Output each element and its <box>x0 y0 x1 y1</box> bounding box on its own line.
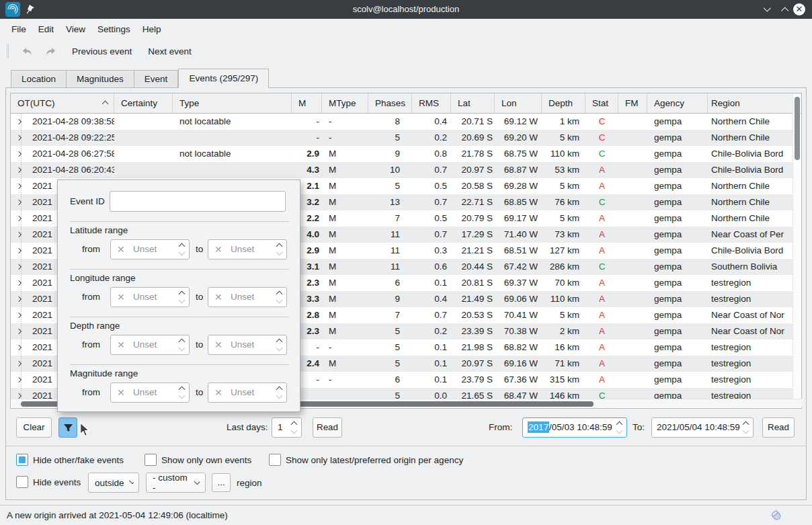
show-latest-preferred-checkbox[interactable] <box>269 454 281 466</box>
hide-events-checkbox[interactable] <box>16 476 28 488</box>
pin-icon[interactable] <box>26 4 35 17</box>
latitude-to-spinbox[interactable]: ✕Unset <box>208 239 287 259</box>
inside-outside-combobox[interactable]: outside <box>88 473 139 493</box>
spin-buttons[interactable] <box>277 339 282 350</box>
column-header-rms[interactable]: RMS <box>412 93 451 113</box>
expand-chevron-icon[interactable] <box>11 227 28 243</box>
spin-buttons[interactable] <box>277 387 282 398</box>
menu-edit[interactable]: Edit <box>32 22 60 37</box>
minimize-button[interactable] <box>762 4 773 15</box>
x-clear-icon[interactable]: ✕ <box>117 240 125 259</box>
expand-chevron-icon[interactable] <box>11 146 28 162</box>
x-clear-icon[interactable]: ✕ <box>214 335 222 354</box>
cell-fm <box>618 194 647 210</box>
spin-buttons[interactable] <box>277 292 282 302</box>
depth-to-spinbox[interactable]: ✕Unset <box>208 335 287 355</box>
depth-from-spinbox[interactable]: ✕Unset <box>110 335 190 355</box>
spin-buttons[interactable] <box>617 422 622 433</box>
expand-chevron-icon[interactable] <box>11 307 28 323</box>
x-clear-icon[interactable]: ✕ <box>117 288 125 307</box>
undo-arrow-icon[interactable] <box>15 44 39 59</box>
tab-events[interactable]: Events (295/297) <box>178 69 269 88</box>
expand-chevron-icon[interactable] <box>11 275 28 291</box>
tab-magnitudes[interactable]: Magnitudes <box>67 70 134 88</box>
column-header-mtype[interactable]: MType <box>322 93 368 113</box>
previous-event-button[interactable]: Previous event <box>65 44 138 59</box>
expand-chevron-icon[interactable] <box>11 388 28 399</box>
column-header-certainty[interactable]: Certainty <box>114 93 173 113</box>
spin-buttons[interactable] <box>179 244 184 255</box>
magnitude-from-spinbox[interactable]: ✕Unset <box>110 382 190 403</box>
expand-chevron-icon[interactable] <box>11 356 28 372</box>
column-header-lon[interactable]: Lon <box>495 93 542 113</box>
expand-chevron-icon[interactable] <box>11 259 28 275</box>
x-clear-icon[interactable]: ✕ <box>117 383 125 402</box>
column-header-stat[interactable]: Stat <box>585 93 618 113</box>
expand-chevron-icon[interactable] <box>11 114 28 130</box>
expand-chevron-icon[interactable] <box>11 323 28 339</box>
column-header-region[interactable]: Region <box>708 93 801 113</box>
event-id-input[interactable] <box>110 191 286 212</box>
filter-toggle-button[interactable] <box>58 417 77 438</box>
column-header-fm[interactable]: FM <box>618 93 647 113</box>
x-clear-icon[interactable]: ✕ <box>214 240 222 259</box>
expand-chevron-icon[interactable] <box>11 372 28 388</box>
last-days-spinbox[interactable]: 1 <box>272 417 302 438</box>
maximize-button[interactable] <box>779 4 790 15</box>
expand-chevron-icon[interactable] <box>11 130 28 146</box>
column-header-phases[interactable]: Phases <box>368 93 412 113</box>
read-button-right[interactable]: Read <box>762 417 795 438</box>
region-preset-combobox[interactable]: - custom - <box>146 473 206 493</box>
spin-buttons[interactable] <box>277 244 282 255</box>
expand-chevron-icon[interactable] <box>11 339 28 356</box>
redo-arrow-icon[interactable] <box>39 44 63 59</box>
longitude-to-spinbox[interactable]: ✕Unset <box>208 287 287 307</box>
column-header-type[interactable]: Type <box>173 93 292 113</box>
latitude-from-spinbox[interactable]: ✕Unset <box>110 239 190 259</box>
table-row[interactable]: 2021-04-28 09:22:25--50.220.69 S69.20 W5… <box>11 130 793 146</box>
expand-chevron-icon[interactable] <box>11 178 28 194</box>
to-datetime-field[interactable]: 2021/05/04 10:48:59 <box>651 417 754 438</box>
show-only-own-checkbox[interactable] <box>145 454 157 466</box>
clear-button[interactable]: Clear <box>16 417 52 438</box>
x-clear-icon[interactable]: ✕ <box>214 383 222 402</box>
menu-help[interactable]: Help <box>136 22 167 37</box>
expand-chevron-icon[interactable] <box>11 162 28 178</box>
spin-buttons[interactable] <box>292 422 296 433</box>
menu-view[interactable]: View <box>60 22 91 37</box>
column-header-depth[interactable]: Depth <box>542 93 585 113</box>
spin-buttons[interactable] <box>179 292 184 302</box>
read-button-left[interactable]: Read <box>313 417 342 438</box>
tab-event[interactable]: Event <box>134 70 179 88</box>
vertical-scrollbar[interactable] <box>793 94 801 398</box>
table-row[interactable]: 2021-04-28 06:20:434.3M100.720.97 S68.87… <box>11 162 793 178</box>
table-row[interactable]: 2021-04-28 06:27:58not locatable2.9M90.8… <box>11 146 793 162</box>
table-row[interactable]: 2021-04-28 09:38:58not locatable--80.420… <box>11 114 793 130</box>
longitude-from-spinbox[interactable]: ✕Unset <box>110 287 190 307</box>
expand-chevron-icon[interactable] <box>11 210 28 227</box>
database-connection-icon[interactable] <box>768 508 784 525</box>
toolbar-handle[interactable] <box>7 44 9 58</box>
column-header-m[interactable]: M <box>292 93 322 113</box>
magnitude-to-spinbox[interactable]: ✕Unset <box>208 382 287 403</box>
x-clear-icon[interactable]: ✕ <box>117 335 125 354</box>
column-header-lat[interactable]: Lat <box>451 93 495 113</box>
from-datetime-field[interactable]: 2017/05/03 10:48:59 <box>522 417 627 438</box>
x-clear-icon[interactable]: ✕ <box>214 288 222 307</box>
region-more-button[interactable]: ... <box>212 473 231 492</box>
spin-buttons[interactable] <box>743 422 748 433</box>
column-header-agency[interactable]: Agency <box>647 93 708 113</box>
spin-buttons[interactable] <box>179 339 184 350</box>
expand-chevron-icon[interactable] <box>11 291 28 307</box>
close-button[interactable]: ✕ <box>793 3 805 15</box>
menu-settings[interactable]: Settings <box>91 22 136 37</box>
expand-chevron-icon[interactable] <box>11 243 28 259</box>
hide-other-fake-checkbox[interactable] <box>16 454 28 466</box>
expand-chevron-icon[interactable] <box>11 194 28 210</box>
menu-file[interactable]: File <box>5 22 32 37</box>
vertical-scrollbar-thumb[interactable] <box>795 97 800 160</box>
column-header-ot[interactable]: OT(UTC) <box>11 93 114 113</box>
next-event-button[interactable]: Next event <box>141 44 198 59</box>
tab-location[interactable]: Location <box>11 70 67 88</box>
spin-buttons[interactable] <box>179 387 184 398</box>
